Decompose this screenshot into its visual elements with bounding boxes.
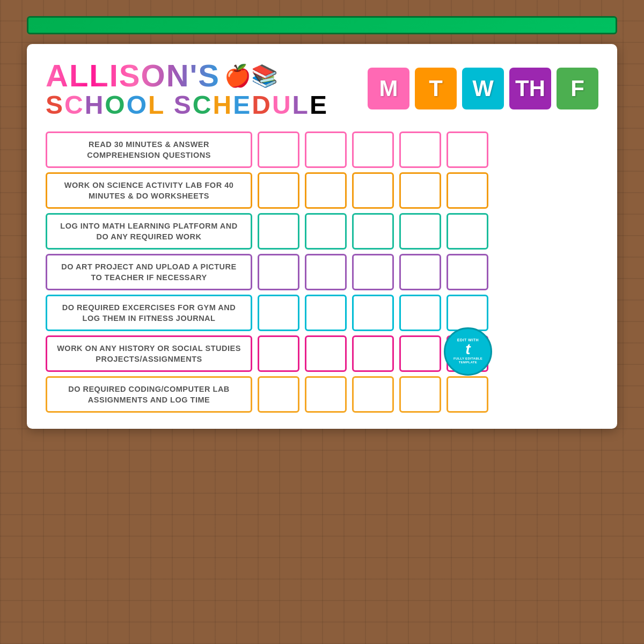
day-headers: M T W TH F: [368, 68, 598, 109]
checkbox-1-2[interactable]: [352, 172, 394, 209]
task-row: READ 30 MINUTES & ANSWER COMPREHENSION Q…: [46, 131, 598, 168]
day-friday: F: [557, 68, 598, 109]
checkbox-4-1[interactable]: [305, 295, 347, 331]
task-label-0: READ 30 MINUTES & ANSWER COMPREHENSION Q…: [46, 131, 252, 168]
checkbox-4-3[interactable]: [399, 295, 441, 331]
checkbox-4-2[interactable]: [352, 295, 394, 331]
task-row: DO REQUIRED CODING/COMPUTER LAB ASSIGNME…: [46, 376, 598, 413]
task-grid: READ 30 MINUTES & ANSWER COMPREHENSION Q…: [46, 131, 598, 413]
header-row: ALLISON'S 🍎📚 SCHOOL SCHEDULE M T W TH F: [46, 60, 598, 120]
templett-badge: EDIT WITH t FULLY EDITABLETEMPLATE: [444, 327, 492, 376]
checkboxes-row-2: [258, 213, 488, 250]
task-label-6: DO REQUIRED CODING/COMPUTER LAB ASSIGNME…: [46, 376, 252, 413]
checkbox-3-4[interactable]: [447, 254, 488, 290]
checkbox-0-1[interactable]: [305, 131, 347, 168]
checkbox-0-0[interactable]: [258, 131, 299, 168]
checkbox-3-1[interactable]: [305, 254, 347, 290]
day-wednesday: W: [462, 68, 504, 109]
checkboxes-row-1: [258, 172, 488, 209]
checkboxes-row-5: EDIT WITH t FULLY EDITABLETEMPLATE: [258, 335, 488, 372]
checkbox-1-1[interactable]: [305, 172, 347, 209]
task-label-4: DO REQUIRED EXCERCISES FOR GYM AND LOG T…: [46, 295, 252, 331]
day-tuesday: T: [415, 68, 457, 109]
book-icons: 🍎📚: [224, 63, 278, 89]
task-row: WORK ON SCIENCE ACTIVITY LAB FOR 40 MINU…: [46, 172, 598, 209]
checkbox-0-3[interactable]: [399, 131, 441, 168]
name-line: ALLISON'S 🍎📚: [46, 60, 278, 91]
day-monday: M: [368, 68, 409, 109]
student-name: ALLISON'S: [46, 60, 220, 91]
checkbox-5-4[interactable]: EDIT WITH t FULLY EDITABLETEMPLATE: [447, 335, 488, 372]
task-row: DO ART PROJECT AND UPLOAD A PICTURE TO T…: [46, 254, 598, 290]
checkboxes-row-0: [258, 131, 488, 168]
checkbox-5-1[interactable]: [305, 335, 347, 372]
main-card: ALLISON'S 🍎📚 SCHOOL SCHEDULE M T W TH F …: [27, 44, 617, 429]
promo-banner: [27, 16, 617, 34]
checkbox-2-3[interactable]: [399, 213, 441, 250]
task-row: LOG INTO MATH LEARNING PLATFORM AND DO A…: [46, 213, 598, 250]
checkbox-0-4[interactable]: [447, 131, 488, 168]
week-section: M T W TH F: [368, 60, 598, 109]
checkbox-1-0[interactable]: [258, 172, 299, 209]
checkbox-1-4[interactable]: [447, 172, 488, 209]
checkbox-1-3[interactable]: [399, 172, 441, 209]
school-schedule-label: SCHOOL SCHEDULE: [46, 91, 328, 120]
checkbox-5-0[interactable]: [258, 335, 299, 372]
checkbox-6-3[interactable]: [399, 376, 441, 413]
checkbox-3-2[interactable]: [352, 254, 394, 290]
checkboxes-row-6: [258, 376, 488, 413]
title-section: ALLISON'S 🍎📚 SCHOOL SCHEDULE: [46, 60, 328, 120]
checkbox-5-3[interactable]: [399, 335, 441, 372]
checkboxes-row-3: [258, 254, 488, 290]
checkbox-2-0[interactable]: [258, 213, 299, 250]
task-label-3: DO ART PROJECT AND UPLOAD A PICTURE TO T…: [46, 254, 252, 290]
checkbox-6-0[interactable]: [258, 376, 299, 413]
checkbox-0-2[interactable]: [352, 131, 394, 168]
checkbox-6-2[interactable]: [352, 376, 394, 413]
task-row: DO REQUIRED EXCERCISES FOR GYM AND LOG T…: [46, 295, 598, 331]
checkbox-4-4[interactable]: [447, 295, 488, 331]
checkbox-2-2[interactable]: [352, 213, 394, 250]
checkbox-5-2[interactable]: [352, 335, 394, 372]
checkbox-3-0[interactable]: [258, 254, 299, 290]
task-label-1: WORK ON SCIENCE ACTIVITY LAB FOR 40 MINU…: [46, 172, 252, 209]
checkbox-6-4[interactable]: [447, 376, 488, 413]
checkbox-2-4[interactable]: [447, 213, 488, 250]
checkbox-6-1[interactable]: [305, 376, 347, 413]
checkbox-4-0[interactable]: [258, 295, 299, 331]
task-label-2: LOG INTO MATH LEARNING PLATFORM AND DO A…: [46, 213, 252, 250]
task-row: WORK ON ANY HISTORY OR SOCIAL STUDIES PR…: [46, 335, 598, 372]
checkbox-2-1[interactable]: [305, 213, 347, 250]
checkboxes-row-4: [258, 295, 488, 331]
day-thursday: TH: [509, 68, 551, 109]
task-label-5: WORK ON ANY HISTORY OR SOCIAL STUDIES PR…: [46, 335, 252, 372]
checkbox-3-3[interactable]: [399, 254, 441, 290]
